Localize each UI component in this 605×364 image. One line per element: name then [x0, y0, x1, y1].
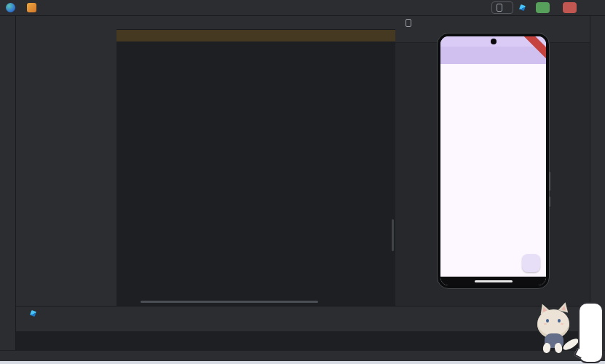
device-tab[interactable] [406, 19, 417, 27]
editor-tabs [116, 16, 395, 30]
device-selector[interactable] [491, 1, 513, 14]
android-studio-logo-icon [6, 3, 15, 12]
run-tab[interactable] [31, 311, 41, 316]
left-tool-stripe [0, 16, 16, 350]
nav-pill[interactable] [475, 280, 513, 282]
emulator-device[interactable] [437, 33, 550, 289]
camera-punch-hole [491, 39, 497, 44]
cat-eye-icon [546, 319, 549, 323]
running-devices-header [395, 16, 590, 29]
gesture-nav-bar [440, 277, 546, 285]
project-view-selector[interactable] [16, 16, 116, 29]
horizontal-scrollbar[interactable] [141, 301, 318, 303]
phone-icon [406, 19, 411, 27]
cat-eye-icon [558, 319, 561, 323]
cat-blush-icon [544, 323, 547, 325]
status-bar [0, 350, 605, 361]
running-devices-panel [395, 16, 590, 306]
app-bar [440, 47, 546, 64]
code-area[interactable] [116, 41, 395, 306]
project-badge-icon [27, 3, 36, 12]
run-button[interactable] [536, 2, 550, 13]
editor-warning-banner [116, 30, 395, 41]
run-config-selector[interactable] [520, 5, 529, 10]
console-output[interactable] [16, 331, 590, 351]
increment-fab-button[interactable] [522, 254, 540, 272]
volume-button [549, 172, 550, 191]
power-button [549, 197, 550, 207]
vertical-scrollbar[interactable] [392, 219, 394, 251]
stop-button[interactable] [563, 2, 577, 13]
phone-icon [497, 4, 502, 12]
device-screen[interactable] [440, 36, 546, 285]
cat-blush-icon [561, 323, 564, 325]
bottom-strip [0, 361, 605, 364]
title-bar [0, 0, 605, 16]
desktop-pet[interactable] [530, 298, 605, 364]
cat-foot-icon [542, 342, 551, 353]
flutter-icon [519, 4, 526, 11]
zoom-tool-icon[interactable] [575, 31, 585, 41]
pet-menu-bubble [578, 302, 604, 363]
flutter-icon [30, 310, 36, 317]
run-panel [16, 306, 590, 350]
project-panel [16, 16, 117, 306]
android-studio-window [0, 0, 605, 364]
editor-area [116, 16, 395, 306]
